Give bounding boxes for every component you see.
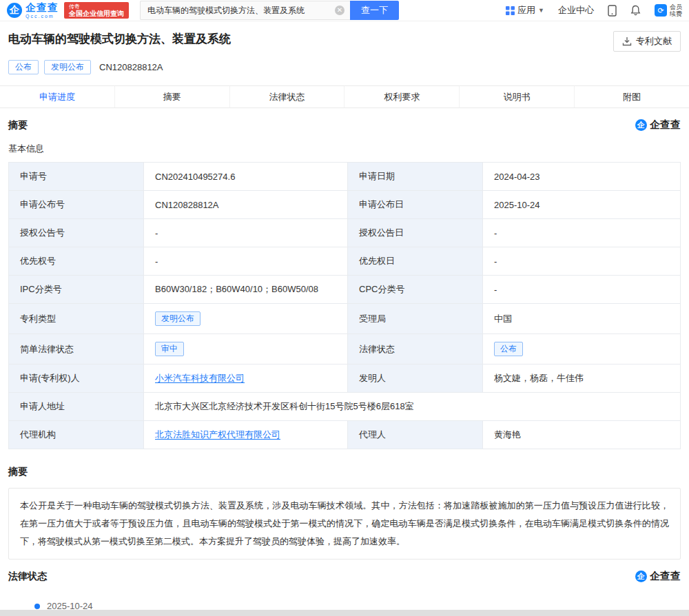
invention-publication-tag: 发明公布: [44, 60, 91, 74]
page-title: 电动车辆的驾驶模式切换方法、装置及系统: [8, 31, 231, 47]
vip-renew[interactable]: ⟳ 会员 续费: [655, 3, 682, 18]
top-navbar: 企 企查查 Qcc.com 传奇 全国企业信用查询 ✕ 查一下: [0, 0, 689, 21]
table-row: 代理机构 北京法胜知识产权代理有限公司 代理人 黄海艳: [9, 421, 681, 449]
slogan-badge: 传奇 全国企业信用查询: [64, 2, 129, 19]
info-label: CPC分类号: [348, 276, 483, 304]
table-row: 申请号 CN202410495274.6 申请日期 2024-04-23: [9, 163, 681, 191]
vip-renew-icon: ⟳: [655, 4, 667, 17]
info-value: CN120828812A: [144, 191, 348, 219]
info-value: 北京市大兴区北京经济技术开发区科创十街15号院5号楼6层618室: [144, 393, 681, 421]
legal-status-tag: 公布: [494, 342, 523, 356]
download-icon: [622, 37, 632, 46]
info-value: 北京法胜知识产权代理有限公司: [144, 421, 348, 449]
info-label: 申请公布日: [348, 191, 483, 219]
summary-title: 摘要: [8, 466, 681, 478]
tab-application-progress[interactable]: 申请进度: [0, 86, 115, 107]
table-row: 专利类型 发明公布 受理局 中国: [9, 304, 681, 334]
basic-info-title: 基本信息: [8, 143, 681, 155]
notification-bell-icon[interactable]: [630, 5, 641, 16]
info-value: -: [483, 247, 681, 276]
tab-claims[interactable]: 权利要求: [344, 86, 460, 107]
qcc-brand-icon: 企: [635, 571, 647, 582]
slogan-badge-top: 传奇: [69, 3, 124, 10]
qcc-logo-icon: 企: [7, 3, 22, 18]
qcc-brand-text: 企查查: [650, 570, 681, 583]
qcc-brand-text: 企查查: [650, 119, 681, 132]
info-label: 申请号: [9, 163, 144, 191]
patent-detail-page: 企 企查查 Qcc.com 传奇 全国企业信用查询 ✕ 查一下: [0, 0, 689, 616]
bottom-strip: [0, 610, 689, 616]
patent-abstract-text: 本公开是关于一种电动车辆的驾驶模式切换方法、装置及系统，涉及电动车辆技术领域。其…: [8, 488, 681, 559]
info-value: 2025-10-24: [483, 191, 681, 219]
info-label: 代理机构: [9, 421, 144, 449]
table-row: 授权公告号 - 授权公告日 -: [9, 219, 681, 247]
info-value: B60W30/182；B60W40/10；B60W50/08: [144, 276, 348, 304]
tab-legal-status[interactable]: 法律状态: [230, 86, 345, 107]
simple-legal-status-tag: 审中: [155, 342, 184, 356]
table-row: 优先权号 - 优先权日 -: [9, 247, 681, 276]
publication-status-tag: 公布: [8, 60, 39, 74]
info-label: 受理局: [348, 304, 483, 334]
info-value: 中国: [483, 304, 681, 334]
info-label: 代理人: [348, 421, 483, 449]
info-value: 审中: [144, 334, 348, 365]
info-label: 专利类型: [9, 304, 144, 334]
search-input[interactable]: [140, 1, 350, 20]
basic-info-table: 申请号 CN202410495274.6 申请日期 2024-04-23 申请公…: [8, 162, 681, 449]
info-value: 小米汽车科技有限公司: [144, 365, 348, 393]
search-bar: ✕ 查一下: [140, 1, 399, 20]
info-value: 黄海艳: [483, 421, 681, 449]
info-label: 授权公告日: [348, 219, 483, 247]
qcc-brand-mark: 企 企查查: [635, 119, 681, 132]
info-label: 简单法律状态: [9, 334, 144, 365]
info-value: -: [483, 219, 681, 247]
info-label: 优先权日: [348, 247, 483, 276]
apps-menu-label: 应用: [517, 4, 535, 17]
table-row: 申请人地址 北京市大兴区北京经济技术开发区科创十街15号院5号楼6层618室: [9, 393, 681, 421]
agency-link[interactable]: 北京法胜知识产权代理有限公司: [155, 429, 280, 440]
applicant-link[interactable]: 小米汽车科技有限公司: [155, 373, 245, 383]
main-content: 摘要 企 企查查 基本信息 申请号 CN202410495274.6 申请日期 …: [0, 119, 689, 616]
chevron-down-icon: ▼: [538, 7, 544, 14]
info-label: 发明人: [348, 365, 483, 393]
tab-description[interactable]: 说明书: [460, 86, 575, 107]
patent-document-label: 专利文献: [636, 35, 672, 48]
info-label: 申请公布号: [9, 191, 144, 219]
abstract-section-title: 摘要: [8, 119, 28, 132]
tab-abstract[interactable]: 摘要: [115, 86, 230, 107]
clear-search-icon[interactable]: ✕: [335, 6, 344, 15]
search-button[interactable]: 查一下: [350, 1, 399, 20]
apps-menu[interactable]: 应用 ▼: [506, 4, 544, 17]
mobile-app-icon[interactable]: [608, 5, 617, 17]
table-row: IPC分类号 B60W30/182；B60W40/10；B60W50/08 CP…: [9, 276, 681, 304]
qcc-logo-text: 企查查: [25, 2, 59, 12]
info-value: -: [144, 219, 348, 247]
info-value: 公布: [483, 334, 681, 365]
qcc-logo[interactable]: 企 企查查 Qcc.com: [7, 2, 59, 19]
info-label: IPC分类号: [9, 276, 144, 304]
navbar-right-menu: 应用 ▼ 企业中心 ⟳ 会员: [506, 3, 682, 18]
patent-document-button[interactable]: 专利文献: [613, 31, 681, 52]
qcc-brand-mark: 企 企查查: [635, 570, 681, 583]
info-value: 2024-04-23: [483, 163, 681, 191]
info-value: -: [483, 276, 681, 304]
info-value: 发明公布: [144, 304, 348, 334]
info-label: 申请日期: [348, 163, 483, 191]
tab-bar: 申请进度 摘要 法律状态 权利要求 说明书 附图: [0, 85, 689, 108]
vip-renew-label-bottom: 续费: [670, 10, 682, 17]
info-label: 优先权号: [9, 247, 144, 276]
table-row: 简单法律状态 审中 法律状态 公布: [9, 334, 681, 365]
info-label: 授权公告号: [9, 219, 144, 247]
apps-grid-icon: [506, 6, 515, 15]
tab-drawings[interactable]: 附图: [575, 86, 689, 107]
qcc-brand-icon: 企: [635, 119, 647, 131]
info-label: 申请(专利权)人: [9, 365, 144, 393]
enterprise-center-link[interactable]: 企业中心: [558, 4, 594, 17]
patent-header: 电动车辆的驾驶模式切换方法、装置及系统 专利文献 公布 发明公布 CN12082…: [0, 21, 689, 74]
info-value: -: [144, 247, 348, 276]
vip-renew-label-top: 会员: [670, 3, 682, 10]
info-value: CN202410495274.6: [144, 163, 348, 191]
patent-type-tag: 发明公布: [155, 311, 200, 326]
legal-status-section-title: 法律状态: [8, 571, 47, 583]
info-value: 杨文婕，杨磊，牛佳伟: [483, 365, 681, 393]
